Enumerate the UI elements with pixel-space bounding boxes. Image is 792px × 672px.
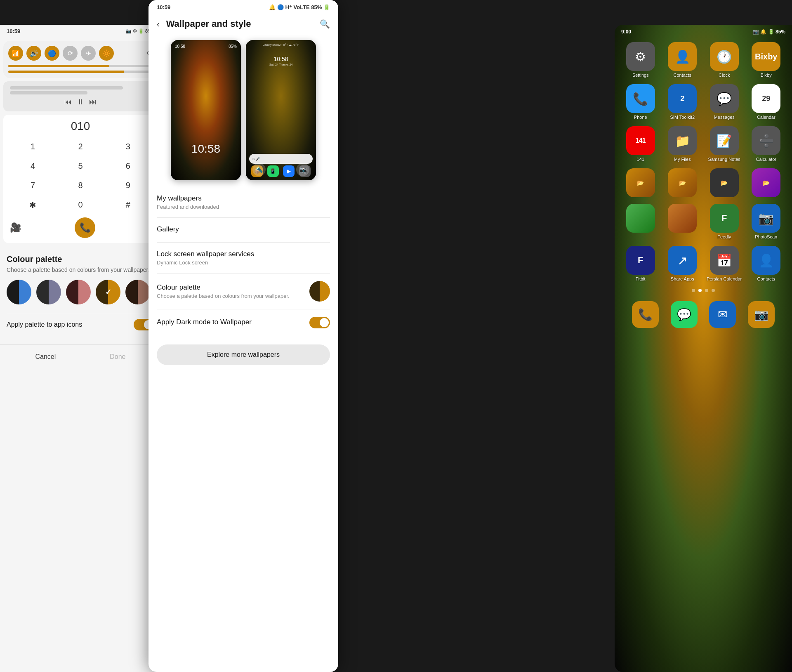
app-misc2[interactable] [663,204,702,239]
dot-1[interactable] [692,289,695,292]
my-wallpapers-item[interactable]: My wallpapers Featured and downloaded [157,187,330,218]
lock-screen-wallpaper-item[interactable]: Lock screen wallpaper services Dynamic L… [157,243,330,274]
qs-airplane[interactable]: ✈ [81,46,96,61]
key-3[interactable]: 3 [105,138,151,156]
app-phone[interactable]: 📞 Phone [621,84,660,120]
contacts-label: Contacts [674,73,691,78]
dot-3[interactable] [705,289,708,292]
home-wallpaper-preview[interactable]: 10:58 85% 10:58 [171,40,241,180]
app-photoscan[interactable]: 📷 PhotoScan [747,204,786,239]
lock-preview-info: Galaxy Buds2 • 8° • ☁ 79° F [263,43,299,47]
mid-status-icons: 🔔 🔵 H⁺ VoLTE 85% 🔋 [269,4,330,10]
cancel-button[interactable]: Cancel [35,353,56,361]
gallery-item[interactable]: Gallery [157,218,330,243]
app-141[interactable]: 141 141 [621,126,660,162]
app-fitbit[interactable]: F Fitbit [621,246,660,281]
key-0[interactable]: 0 [57,196,103,214]
key-4[interactable]: 4 [10,157,56,175]
dark-mode-item[interactable]: Apply Dark mode to Wallpaper [157,309,330,336]
brightness-slider[interactable] [8,65,153,67]
folder-4[interactable]: 📂 [747,168,786,197]
qs-extra[interactable]: 🔆 [99,46,114,61]
app-persian-calendar[interactable]: 📅 Persian Calendar [705,246,744,281]
qs-sound[interactable]: 🔊 [26,46,41,61]
app-messages[interactable]: 💬 Messages [705,84,744,120]
palette-options [7,280,154,304]
wallpaper-preview-row: 10:58 85% 10:58 Galaxy Buds2 • 8° • ☁ 79… [148,33,338,187]
camera-icon[interactable]: 📷 [296,163,309,176]
call-button[interactable]: 📞 [75,217,95,238]
key-5[interactable]: 5 [57,157,103,175]
folder-2[interactable]: 📂 [663,168,702,197]
right-status-icons: 📷 🔔 🔋 85% [753,29,785,35]
app-bixby[interactable]: Bixby Bixby [747,42,786,78]
palette-option-4[interactable] [96,280,120,304]
key-9[interactable]: 9 [105,177,151,194]
calculator-icon: ➗ [752,126,780,155]
key-7[interactable]: 7 [10,177,56,194]
folder-1[interactable]: 📂 [621,168,660,197]
key-6[interactable]: 6 [105,157,151,175]
lock-preview-inner: Galaxy Buds2 • 8° • ☁ 79° F 10:58 Sat, 2… [246,40,316,180]
prev-icon[interactable]: ⏮ [64,98,72,106]
key-1[interactable]: 1 [10,138,56,156]
palette-section: Colour palette Choose a palette based on… [0,246,161,344]
app-feedly[interactable]: F Feedly [705,204,744,239]
palette-option-1[interactable] [7,280,31,304]
flashlight-icon[interactable]: 🔦 [252,163,266,176]
qs-wifi[interactable]: 📶 [8,46,23,61]
app-share-apps[interactable]: ↗ Share Apps [663,246,702,281]
qs-bt[interactable]: 🔵 [45,46,59,61]
video-call-icon[interactable]: 🎥 [10,222,21,233]
sim-icon: 2 [668,84,697,113]
palette-option-3[interactable] [66,280,91,304]
key-hash[interactable]: # [105,196,151,214]
dot-2[interactable] [698,289,702,292]
contacts-2-icon: 👤 [752,246,780,275]
palette-option-2[interactable] [36,280,61,304]
app-calendar[interactable]: 29 Calendar [747,84,786,120]
mid-time: 10:59 [157,4,170,10]
play-icon[interactable]: ⏸ [77,98,84,106]
dark-mode-toggle[interactable] [309,317,330,328]
folder-3[interactable]: 📂 [705,168,744,197]
back-button[interactable]: ‹ [157,19,160,29]
app-contacts[interactable]: 👤 Contacts [663,42,702,78]
key-8[interactable]: 8 [57,177,103,194]
phone-label: Phone [634,115,647,120]
app-calculator[interactable]: ➗ Calculator [747,126,786,162]
bottom-buttons: Cancel Done [0,344,161,369]
lock-wallpaper-preview[interactable]: Galaxy Buds2 • 8° • ☁ 79° F 10:58 Sat, 2… [246,40,316,180]
colour-palette-item[interactable]: Colour palette Choose a palette based on… [157,274,330,309]
dock-camera[interactable]: 📷 [748,301,775,328]
search-icon[interactable]: 🔍 [320,19,330,29]
volume-slider[interactable] [8,71,153,73]
dock-whatsapp[interactable]: 💬 [671,301,698,328]
app-files[interactable]: 📁 My Files [663,126,702,162]
dot-4[interactable] [712,289,715,292]
app-misc1[interactable] [621,204,660,239]
dock-phone[interactable]: 📞 [632,301,659,328]
explore-button[interactable]: Explore more wallpapers [157,344,330,365]
calendar-label: Calendar [757,115,776,120]
dock-messages[interactable]: ✉ [709,301,736,328]
app-settings[interactable]: ⚙ Settings [621,42,660,78]
app-clock[interactable]: 🕐 Clock [705,42,744,78]
media-text [10,86,151,94]
next-icon[interactable]: ⏭ [89,98,97,106]
mid-page-title: Wallpaper and style [166,19,313,29]
phone-middle: 10:59 🔔 🔵 H⁺ VoLTE 85% 🔋 ‹ Wallpaper and… [148,0,338,672]
folder-1-icon: 📂 [626,168,655,197]
palette-option-5[interactable] [125,280,150,304]
key-star[interactable]: ✱ [10,196,56,214]
app-notes[interactable]: 📝 Samsung Notes [705,126,744,162]
fitbit-label: Fitbit [636,276,646,281]
key-2[interactable]: 2 [57,138,103,156]
my-wallpapers-sub: Featured and downloaded [157,204,330,210]
app-sim[interactable]: 2 SIM Toolkit2 [663,84,702,120]
lock-preview-time: 10:58 [273,56,288,62]
qs-sync[interactable]: ⟳ [63,46,78,61]
lock-bottom-icons: 🔦 📷 [246,163,316,176]
files-icon: 📁 [668,126,697,155]
app-contacts-2[interactable]: 👤 Contacts [747,246,786,281]
